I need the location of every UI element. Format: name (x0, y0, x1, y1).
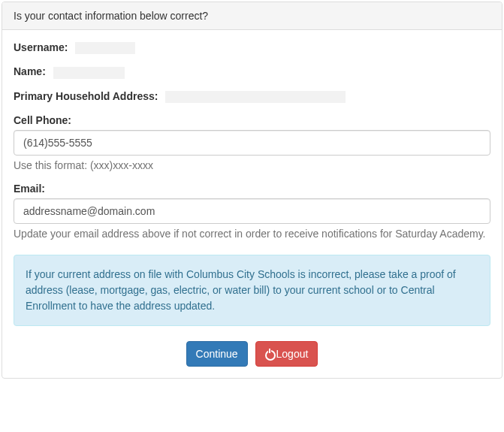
email-group: Email: Update your email address above i… (14, 183, 490, 240)
panel-body: Username: Name: Primary Household Addres… (2, 30, 502, 378)
contact-info-panel: Is your contact information below correc… (2, 2, 502, 379)
logout-button-label: Logout (276, 348, 309, 360)
email-help: Update your email address above if not c… (14, 228, 490, 240)
name-value-redacted (53, 67, 125, 79)
email-input[interactable] (14, 198, 490, 224)
cellphone-label: Cell Phone: (14, 114, 71, 126)
address-alert: If your current address on file with Col… (14, 255, 490, 326)
address-value-redacted (165, 91, 346, 103)
button-row: Continue Logout (14, 341, 490, 367)
continue-button[interactable]: Continue (186, 341, 248, 367)
email-label: Email: (14, 183, 45, 195)
name-row: Name: (14, 65, 490, 78)
address-row: Primary Household Address: (14, 90, 490, 103)
username-label: Username: (14, 41, 68, 53)
address-label: Primary Household Address: (14, 90, 158, 102)
power-icon (265, 349, 274, 358)
panel-heading: Is your contact information below correc… (2, 2, 502, 30)
username-value-redacted (75, 42, 135, 54)
cellphone-input[interactable] (14, 130, 490, 156)
cellphone-group: Cell Phone: Use this format: (xxx)xxx-xx… (14, 114, 490, 171)
cellphone-help: Use this format: (xxx)xxx-xxxx (14, 159, 490, 171)
logout-button[interactable]: Logout (255, 341, 318, 367)
name-label: Name: (14, 65, 46, 77)
username-row: Username: (14, 41, 490, 54)
